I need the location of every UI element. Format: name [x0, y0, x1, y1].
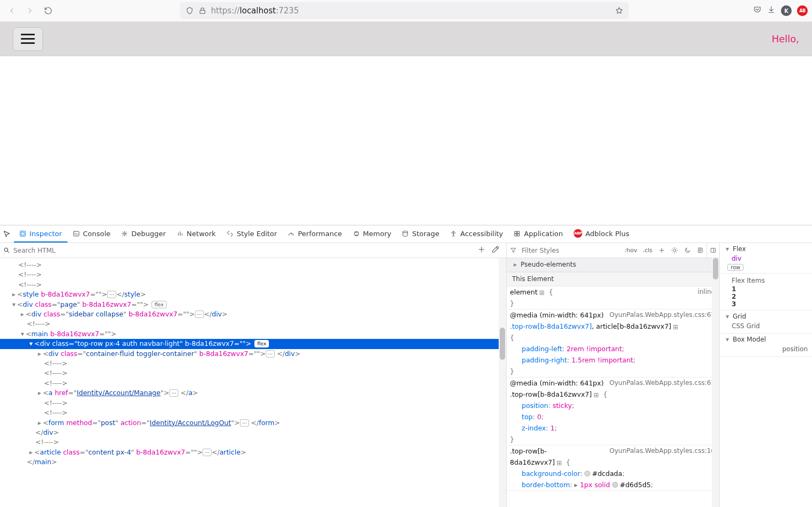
markup-search-bar — [0, 243, 506, 258]
greeting-text[interactable]: Hello, — [772, 33, 799, 44]
adblock-icon: ABP — [574, 229, 582, 238]
url-text: https://localhost:7235 — [211, 6, 611, 16]
svg-point-12 — [4, 248, 8, 252]
adblock-badge[interactable]: AB — [797, 5, 808, 16]
page-topbar: Hello, — [0, 22, 812, 56]
tab-storage[interactable]: Storage — [396, 225, 445, 243]
tab-inspector[interactable]: Inspector — [14, 225, 67, 243]
svg-rect-15 — [711, 248, 716, 253]
print-media-button[interactable] — [694, 243, 706, 258]
rules-toolbar: :hov .cls — [507, 243, 719, 258]
tab-performance[interactable]: Performance — [282, 225, 347, 243]
reload-button[interactable] — [41, 3, 56, 18]
eyedropper-button[interactable] — [491, 245, 500, 256]
tab-network[interactable]: Network — [171, 225, 221, 243]
tab-memory[interactable]: Memory — [348, 225, 397, 243]
svg-rect-11 — [517, 234, 520, 236]
url-bar[interactable]: https://localhost:7235 — [180, 2, 629, 19]
svg-rect-8 — [515, 231, 517, 233]
add-rule-button[interactable] — [655, 243, 668, 258]
tab-debugger[interactable]: Debugger — [116, 225, 171, 243]
search-html-input[interactable] — [13, 243, 474, 258]
markup-view[interactable]: <!----> <!----> <!----> <style b-8da16zw… — [0, 258, 506, 507]
light-scheme-button[interactable] — [668, 243, 681, 258]
selected-markup-row[interactable]: <div class="top-row px-4 auth navbar-lig… — [0, 339, 506, 349]
downloads-icon[interactable] — [767, 5, 776, 16]
rules-view[interactable]: Pseudo-elements This Element inline elem… — [507, 258, 719, 507]
tab-adblock[interactable]: ABP Adblock Plus — [568, 225, 635, 243]
svg-rect-1 — [20, 231, 26, 236]
svg-point-4 — [124, 232, 125, 234]
rules-panel: :hov .cls Pseudo-elements This Element i… — [507, 243, 720, 507]
hamburger-icon — [21, 34, 35, 44]
account-badge[interactable]: K — [781, 5, 792, 16]
search-icon — [3, 247, 10, 254]
pick-element-button[interactable] — [0, 225, 14, 243]
layout-panel: Flex div row Flex Items 1 2 3 Grid CSS G… — [720, 243, 812, 507]
svg-rect-2 — [21, 232, 24, 234]
dark-scheme-button[interactable] — [681, 243, 694, 258]
bookmark-star-icon[interactable] — [615, 6, 623, 15]
sidebar-toggle-button[interactable] — [706, 243, 719, 258]
svg-rect-0 — [200, 10, 205, 13]
devtools: Inspector Console Debugger Network Style… — [0, 225, 812, 507]
shield-icon — [185, 6, 194, 15]
hov-toggle[interactable]: :hov — [622, 247, 640, 254]
markup-panel: <!----> <!----> <!----> <style b-8da16zw… — [0, 243, 507, 507]
color-swatch[interactable] — [612, 482, 618, 488]
svg-rect-9 — [517, 231, 520, 233]
back-button[interactable] — [4, 3, 19, 18]
svg-point-13 — [673, 249, 675, 251]
filter-icon — [507, 243, 520, 258]
tab-console[interactable]: Console — [67, 225, 116, 243]
svg-point-6 — [403, 231, 408, 232]
page-viewport: Hello, — [0, 22, 812, 225]
tab-application[interactable]: Application — [508, 225, 568, 243]
lock-icon — [198, 6, 207, 15]
cls-toggle[interactable]: .cls — [640, 247, 655, 254]
color-swatch[interactable] — [584, 471, 590, 476]
svg-rect-3 — [73, 231, 79, 236]
svg-point-7 — [453, 231, 454, 232]
svg-rect-10 — [515, 234, 517, 236]
devtools-toolbar: Inspector Console Debugger Network Style… — [0, 225, 812, 243]
filter-styles-input[interactable] — [520, 243, 622, 258]
markup-scrollbar[interactable] — [499, 258, 506, 507]
hamburger-button[interactable] — [13, 27, 43, 51]
add-element-button[interactable] — [477, 245, 486, 256]
pocket-icon[interactable] — [753, 5, 762, 16]
rules-scrollbar[interactable] — [712, 258, 719, 507]
forward-button[interactable] — [22, 3, 37, 18]
svg-rect-5 — [354, 232, 358, 234]
browser-toolbar: https://localhost:7235 K AB — [0, 0, 812, 22]
tab-accessibility[interactable]: Accessibility — [445, 225, 508, 243]
tab-style-editor[interactable]: Style Editor — [221, 225, 282, 243]
